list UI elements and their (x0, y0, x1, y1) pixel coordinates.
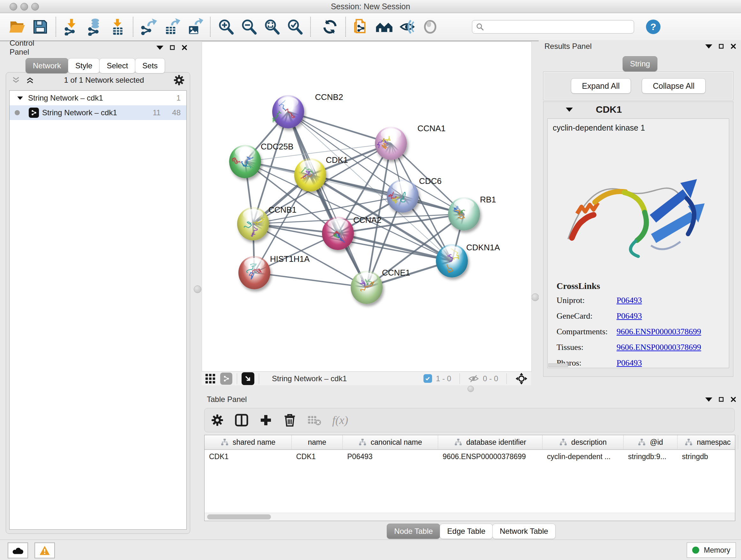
show-columns-icon[interactable] (234, 414, 249, 427)
table-cell[interactable]: 9606.ENSP00000378699 (438, 450, 542, 463)
column-header-canonical-name[interactable]: canonical name (343, 435, 438, 449)
node-CCNA2[interactable] (322, 217, 354, 250)
crosslink-link[interactable]: P06493 (616, 296, 642, 305)
search-box (472, 20, 634, 34)
column-header-shared-name[interactable]: shared name (205, 435, 292, 449)
gene-expander-icon[interactable] (566, 108, 573, 112)
crosslink-link[interactable]: P06493 (616, 358, 642, 368)
collection-expander-icon[interactable] (17, 97, 23, 100)
hide-details-icon[interactable] (398, 17, 416, 36)
memory-button[interactable]: Memory (687, 543, 736, 558)
birds-eye-view-icon[interactable] (515, 372, 528, 385)
crosslink-link[interactable]: P06493 (616, 311, 642, 321)
column-header-database-identifier[interactable]: database identifier (438, 435, 542, 449)
results-scrollbar[interactable] (548, 363, 568, 367)
network-row[interactable]: String Network – cdk1 11 48 (10, 105, 186, 120)
collapse-all-icon[interactable] (11, 76, 21, 84)
close-panel-icon[interactable] (181, 44, 188, 51)
node-CCNA1[interactable] (375, 127, 407, 160)
export-image-icon[interactable] (186, 17, 204, 36)
node-CDKN1A[interactable] (436, 244, 468, 277)
results-panel: Results Panel String Expand All Collapse… (539, 40, 741, 387)
table-horizontal-scrollbar[interactable] (205, 513, 735, 521)
float-panel-icon[interactable] (718, 396, 724, 402)
tab-select[interactable]: Select (99, 58, 135, 73)
collapse-all-button[interactable]: Collapse All (642, 78, 706, 94)
add-column-icon[interactable] (259, 414, 272, 427)
table-options-gear-icon[interactable] (211, 414, 224, 427)
grid-view-icon[interactable] (205, 373, 216, 384)
table-cell[interactable]: P06493 (343, 450, 438, 463)
close-panel-icon[interactable] (730, 396, 737, 402)
warnings-button[interactable] (35, 543, 55, 558)
tab-edge-table[interactable]: Edge Table (440, 523, 493, 539)
import-table-icon[interactable] (109, 17, 126, 36)
panel-menu-icon[interactable] (705, 44, 712, 49)
network-collection-row[interactable]: String Network – cdk1 1 (10, 91, 186, 105)
import-network-from-database-icon[interactable] (85, 17, 104, 36)
column-header-namespac[interactable]: namespac (677, 435, 738, 449)
import-network-icon[interactable] (63, 17, 80, 36)
node-CCNB2[interactable] (272, 95, 304, 128)
title-bar: Session: New Session (0, 0, 741, 13)
nodes-selected-checkbox[interactable] (423, 374, 432, 383)
table-cell[interactable]: stringdb (677, 450, 738, 463)
table-cell[interactable]: CDK1 (292, 450, 343, 463)
crosslinks-section: CrossLinks Uniprot:P06493GeneCard:P06493… (556, 281, 701, 368)
show-details-icon[interactable] (421, 17, 439, 36)
tab-style[interactable]: Style (68, 58, 99, 73)
tab-network-table[interactable]: Network Table (492, 523, 556, 539)
close-panel-icon[interactable] (730, 43, 737, 50)
share-document-icon[interactable] (352, 17, 370, 36)
network-share-icon[interactable] (220, 373, 232, 385)
column-header--id[interactable]: @id (623, 435, 677, 449)
tab-node-table[interactable]: Node Table (387, 523, 440, 539)
node-CDC25B[interactable] (229, 145, 261, 178)
table-cell[interactable]: stringdb:9... (623, 450, 677, 463)
tab-network[interactable]: Network (25, 58, 68, 73)
column-header-description[interactable]: description (542, 435, 623, 449)
edge-HIST1H1A-CCNE1[interactable] (254, 273, 367, 287)
tab-sets[interactable]: Sets (135, 58, 165, 73)
save-session-icon[interactable] (31, 17, 49, 36)
crosslink-link[interactable]: 9606.ENSP00000378699 (616, 343, 701, 352)
node-HIST1H1A[interactable] (239, 256, 270, 289)
search-input[interactable] (472, 20, 634, 34)
left-splitter-handle[interactable] (194, 286, 201, 293)
table-cell[interactable]: CDK1 (205, 450, 292, 463)
zoom-in-icon[interactable] (217, 17, 235, 36)
help-icon[interactable]: ? (644, 17, 662, 36)
panel-menu-icon[interactable] (156, 46, 163, 50)
tab-string[interactable]: String (623, 56, 657, 71)
crosslink-link[interactable]: 9606.ENSP00000378699 (616, 327, 701, 336)
network-canvas[interactable]: CCNB2CCNA1CDC25BCDK1CDC6RB1CCNB1CCNA2CDK… (202, 42, 532, 372)
open-in-new-window-icon[interactable] (242, 372, 254, 385)
table-cell[interactable]: cyclin-dependent ... (542, 450, 623, 463)
network-options-gear-icon[interactable] (173, 74, 185, 86)
horizontal-splitter-handle[interactable] (468, 386, 474, 392)
home-icon[interactable] (375, 17, 393, 36)
delete-column-icon[interactable] (283, 413, 296, 427)
export-network-icon[interactable] (140, 17, 158, 36)
open-file-icon[interactable] (8, 17, 26, 36)
node-CCNB1[interactable] (237, 207, 269, 240)
table-row[interactable]: CDK1CDK1P064939606.ENSP00000378699cyclin… (205, 450, 735, 463)
column-header-name[interactable]: name (292, 435, 343, 449)
node-RB1[interactable] (448, 197, 480, 231)
zoom-fit-icon[interactable] (263, 17, 281, 36)
float-panel-icon[interactable] (169, 44, 176, 51)
expand-all-icon[interactable] (25, 76, 35, 84)
node-CDC6[interactable] (387, 179, 419, 212)
zoom-out-icon[interactable] (240, 17, 258, 36)
expand-all-button[interactable]: Expand All (571, 78, 631, 94)
node-CDK1[interactable] (294, 159, 326, 192)
refresh-icon[interactable] (321, 17, 339, 36)
panel-menu-icon[interactable] (705, 397, 712, 401)
export-table-icon[interactable] (163, 17, 181, 36)
cloud-status-button[interactable] (8, 543, 28, 558)
node-label-RB1: RB1 (480, 195, 496, 205)
node-CCNE1[interactable] (351, 271, 383, 304)
zoom-selected-icon[interactable] (286, 17, 304, 36)
float-panel-icon[interactable] (718, 43, 724, 50)
scrollbar-thumb[interactable] (207, 514, 271, 519)
